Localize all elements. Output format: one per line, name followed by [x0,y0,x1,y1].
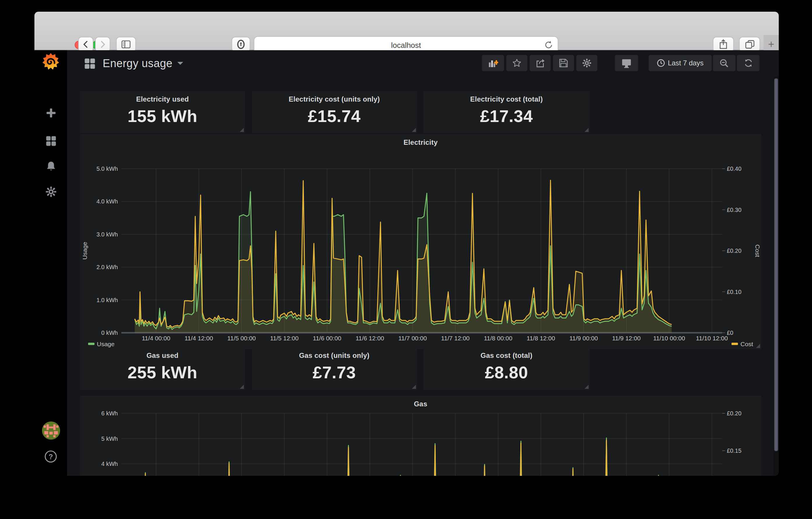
stat-panel-electricity-cost-units[interactable]: Electricity cost (units only) £15.74 [252,91,417,133]
resize-handle[interactable] [240,128,244,132]
gas-chart: 4 kWh5 kWh6 kWh£0.15£0.20 [80,396,761,476]
cycle-view-button[interactable] [615,55,638,71]
sidebar-toggle-button[interactable] [116,37,136,52]
chevron-left-icon [82,40,89,49]
grafana-flame-icon [41,52,61,72]
refresh-icon [744,58,753,68]
page-scrollbar-thumb[interactable] [774,78,778,451]
time-range-button[interactable]: Last 7 days [649,55,712,71]
url-text: localhost [391,41,421,50]
dashboard-settings-button[interactable] [576,55,597,71]
stage: localhost [0,0,812,519]
electricity-chart-panel[interactable]: Electricity 0 kWh1.0 kWh2.0 kWh3.0 kWh4.… [80,134,761,349]
save-dashboard-button[interactable] [553,55,574,71]
svg-text:£0.30: £0.30 [727,207,742,213]
share-icon [719,39,728,50]
svg-text:£0.15: £0.15 [727,447,742,454]
svg-text:£0.40: £0.40 [727,165,742,172]
grafana-sidebar: ? [34,50,67,476]
time-range-label: Last 7 days [668,59,704,67]
resize-handle[interactable] [411,128,416,132]
save-floppy-icon [559,58,568,68]
chevron-down-icon [177,62,183,65]
stat-panel-gas-cost-units[interactable]: Gas cost (units only) £7.73 [252,347,417,390]
sidebar-item-dashboards[interactable] [34,134,67,147]
svg-text:0 kWh: 0 kWh [101,330,118,336]
svg-text:5.0 kWh: 5.0 kWh [96,165,118,172]
reload-icon [544,40,553,50]
bell-icon [45,160,56,171]
dashboard-grid-icon [84,57,96,69]
dashboard-title-group[interactable]: Energy usage [84,57,183,70]
grid-icon [45,135,56,146]
panel-title[interactable]: Electricity cost (total) [424,91,589,103]
legend-item-cost[interactable]: Cost [732,340,753,347]
panel-title[interactable]: Gas cost (units only) [252,347,417,360]
forward-button[interactable] [95,37,110,52]
back-button[interactable] [78,37,93,52]
svg-text:5 kWh: 5 kWh [101,436,118,442]
panel-title[interactable]: Gas used [80,347,245,360]
resize-handle[interactable] [584,385,588,389]
new-tab-label: + [768,38,774,51]
stat-panel-electricity-used[interactable]: Electricity used 155 kWh [80,91,245,133]
panel-title[interactable]: Electricity cost (units only) [252,91,417,103]
help-icon: ? [44,450,57,463]
sidebar-item-configuration[interactable] [34,185,67,198]
resize-handle[interactable] [411,385,416,389]
safari-window: localhost [34,12,779,476]
add-panel-icon [488,58,498,68]
reload-button[interactable] [544,40,553,51]
svg-text:£0.20: £0.20 [727,248,742,254]
sidebar-icon [121,40,130,49]
svg-text:2.0 kWh: 2.0 kWh [96,264,118,270]
resize-handle[interactable] [584,128,588,132]
zoom-out-button[interactable] [713,55,735,71]
share-button[interactable] [713,37,734,52]
sidebar-item-create[interactable] [34,106,67,119]
grafana-logo[interactable] [34,51,67,73]
star-icon [512,58,522,68]
legend-label: Cost [741,340,753,347]
chevron-right-icon [99,40,106,49]
user-avatar[interactable] [34,420,67,440]
grafana-main: Energy usage [67,50,779,476]
electricity-chart: 0 kWh1.0 kWh2.0 kWh3.0 kWh4.0 kWh5.0 kWh… [80,134,761,349]
svg-text:Usage: Usage [81,242,88,260]
electricity-legend: Usage Cost [88,340,753,348]
plus-icon [45,107,56,118]
stat-value: £17.34 [424,107,589,126]
stat-panel-gas-cost-total[interactable]: Gas cost (total) £8.80 [424,347,589,390]
share-dashboard-button[interactable] [530,55,551,71]
stat-value: £8.80 [424,363,589,382]
svg-text:4 kWh: 4 kWh [101,461,118,467]
usage-swatch-icon [88,343,94,345]
dashboard-title: Energy usage [103,57,172,70]
stat-value: £7.73 [252,363,417,382]
panel-title[interactable]: Gas cost (total) [424,347,589,360]
add-panel-button[interactable] [482,55,504,71]
stat-value: 155 kWh [80,107,245,126]
resize-handle[interactable] [756,344,760,348]
gas-chart-panel[interactable]: Gas 4 kWh5 kWh6 kWh£0.15£0.20 [80,396,761,476]
resize-handle[interactable] [240,385,244,389]
sidebar-item-help[interactable]: ? [34,449,67,464]
clock-icon [657,59,665,67]
settings-gear-icon [582,58,591,68]
legend-item-usage[interactable]: Usage [88,340,115,347]
tab-overview-button[interactable] [739,37,760,52]
star-dashboard-button[interactable] [506,55,527,71]
password-extension-button[interactable] [232,37,250,52]
cost-swatch-icon [732,343,738,345]
svg-text:3.0 kWh: 3.0 kWh [96,231,118,238]
stat-panel-gas-used[interactable]: Gas used 255 kWh [80,347,245,390]
sidebar-item-alerting[interactable] [34,159,67,172]
stat-panel-electricity-cost-total[interactable]: Electricity cost (total) £17.34 [424,91,589,133]
stat-value: 255 kWh [80,363,245,382]
monitor-icon [621,58,632,68]
export-share-icon [535,58,545,68]
legend-label: Usage [97,340,115,347]
refresh-button[interactable] [737,55,759,71]
tabs-icon [745,40,755,49]
panel-title[interactable]: Electricity used [80,91,245,103]
